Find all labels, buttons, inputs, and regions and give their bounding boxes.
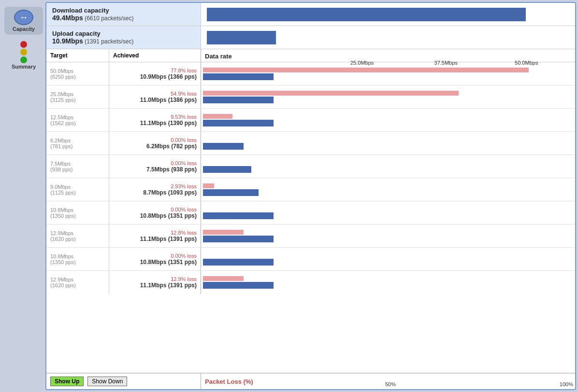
achieved-bar (203, 73, 274, 80)
upload-row: Upload capacity 10.9Mbps (1391 packets/s… (46, 26, 575, 49)
bar-container (201, 91, 575, 96)
loss-text: 0.00% loss (113, 160, 197, 166)
table-row: 10.8Mbps (1350 pps) 0.00% loss 10.8Mbps … (46, 248, 575, 271)
chart-section: Target Achieved Data rate 25.0Mbps 37.5M… (46, 49, 575, 389)
row-left: 10.8Mbps (1350 pps) 0.00% loss 10.8Mbps … (46, 248, 201, 270)
row-left: 9.0Mbps (1125 pps) 2.93% loss 8.7Mbps (1… (46, 178, 201, 201)
sidebar-item-summary[interactable]: Summary (4, 39, 43, 72)
target-pps: (1620 pps) (50, 236, 105, 242)
show-down-button[interactable]: Show Down (87, 377, 127, 386)
achieved-bar-container (201, 166, 575, 173)
download-label: Download capacity 49.4Mbps (6610 packets… (46, 3, 201, 26)
footer-scale-50: 50% (385, 381, 396, 387)
footer-scale-100: 100% (560, 381, 573, 387)
target-value: 12.9Mbps (50, 230, 105, 236)
download-bar (207, 8, 526, 21)
download-title: Download capacity (52, 7, 195, 14)
cell-achieved: 0.00% loss 10.8Mbps (1351 pps) (109, 248, 201, 270)
row-left: 7.5Mbps (938 pps) 0.00% loss 7.5Mbps (93… (46, 155, 201, 178)
tl-green (20, 56, 27, 63)
row-left: 12.5Mbps (1562 pps) 9.53% loss 11.1Mbps … (46, 109, 201, 131)
sidebar: Capacity Summary (2, 2, 45, 390)
cell-achieved: 2.93% loss 8.7Mbps (1093 pps) (109, 178, 201, 201)
target-pps: (781 pps) (50, 143, 105, 149)
achieved-value: 11.1Mbps (1390 pps) (113, 120, 197, 126)
traffic-light-icon (20, 41, 27, 63)
capacity-section: Download capacity 49.4Mbps (6610 packets… (46, 3, 575, 49)
cell-target: 7.5Mbps (938 pps) (46, 155, 109, 178)
achieved-value: 6.2Mbps (782 pps) (113, 143, 197, 150)
row-left: 12.9Mbps (1620 pps) 12.9% loss 11.1Mbps … (46, 271, 201, 294)
achieved-bar (203, 212, 274, 219)
download-bar-area (201, 3, 575, 26)
sidebar-label-capacity: Capacity (13, 26, 35, 32)
target-value: 6.2Mbps (50, 138, 105, 143)
upload-label: Upload capacity 10.9Mbps (1391 packets/s… (46, 26, 201, 49)
packet-loss-label: Packet Loss (%) (205, 378, 253, 385)
download-value: 49.4Mbps (52, 14, 83, 22)
target-value: 9.0Mbps (50, 184, 105, 190)
loss-bar (203, 183, 214, 188)
loss-bar (203, 114, 232, 119)
table-row: 50.0Mbps (6250 pps) 77.8% loss 10.9Mbps … (46, 62, 575, 85)
achieved-bar-container (201, 259, 575, 266)
target-value: 10.8Mbps (50, 253, 105, 259)
bar-container (201, 276, 575, 281)
table-row: 9.0Mbps (1125 pps) 2.93% loss 8.7Mbps (1… (46, 178, 575, 201)
cell-achieved: 77.8% loss 10.9Mbps (1366 pps) (109, 62, 201, 85)
footer: Show Up Show Down Packet Loss (%) 50% 10… (46, 373, 575, 389)
achieved-value: 11.1Mbps (1391 pps) (113, 236, 197, 242)
achieved-value: 7.5Mbps (938 pps) (113, 166, 197, 173)
row-right (201, 155, 575, 178)
achieved-bar-container (201, 189, 575, 196)
upload-packets: (1391 packets/sec) (85, 38, 133, 45)
cell-target: 50.0Mbps (6250 pps) (46, 62, 109, 85)
target-pps: (6250 pps) (50, 74, 105, 80)
target-pps: (1350 pps) (50, 213, 105, 219)
summary-icon (15, 42, 32, 63)
cell-achieved: 12.8% loss 11.1Mbps (1391 pps) (109, 224, 201, 247)
cell-target: 9.0Mbps (1125 pps) (46, 178, 109, 201)
row-right (201, 271, 575, 294)
target-value: 10.8Mbps (50, 207, 105, 213)
table-row: 25.0Mbps (3125 pps) 54.9% loss 11.0Mbps … (46, 85, 575, 109)
chart-header: Target Achieved Data rate 25.0Mbps 37.5M… (46, 49, 575, 62)
loss-bar (203, 91, 459, 96)
row-right (201, 109, 575, 131)
cell-target: 10.8Mbps (1350 pps) (46, 248, 109, 270)
upload-value: 10.9Mbps (52, 37, 83, 45)
achieved-value: 10.9Mbps (1366 pps) (113, 73, 197, 80)
data-rows: 50.0Mbps (6250 pps) 77.8% loss 10.9Mbps … (46, 62, 575, 373)
col-achieved-header: Achieved (109, 49, 201, 62)
target-pps: (1562 pps) (50, 120, 105, 126)
achieved-bar-container (201, 143, 575, 150)
target-pps: (3125 pps) (50, 97, 105, 103)
row-left: 10.8Mbps (1350 pps) 0.00% loss 10.8Mbps … (46, 201, 201, 224)
table-row: 10.8Mbps (1350 pps) 0.00% loss 10.8Mbps … (46, 201, 575, 224)
cell-target: 12.9Mbps (1620 pps) (46, 271, 109, 294)
achieved-bar (203, 120, 274, 126)
row-right (201, 224, 575, 247)
bar-container (201, 160, 575, 165)
row-right (201, 132, 575, 154)
bar-container (201, 137, 575, 142)
cell-achieved: 0.00% loss 7.5Mbps (938 pps) (109, 155, 201, 178)
achieved-bar (203, 236, 274, 242)
row-left: 6.2Mbps (781 pps) 0.00% loss 6.2Mbps (78… (46, 132, 201, 154)
row-right (201, 85, 575, 108)
table-row: 12.9Mbps (1620 pps) 12.9% loss 11.1Mbps … (46, 271, 575, 294)
loss-text: 9.53% loss (113, 114, 197, 120)
row-right (201, 201, 575, 224)
cell-target: 10.8Mbps (1350 pps) (46, 201, 109, 224)
cell-target: 12.9Mbps (1620 pps) (46, 224, 109, 247)
achieved-bar-container (201, 73, 575, 80)
target-pps: (1620 pps) (50, 282, 105, 288)
show-up-button[interactable]: Show Up (50, 377, 84, 386)
bar-container (201, 253, 575, 258)
achieved-value: 10.8Mbps (1351 pps) (113, 259, 197, 266)
achieved-value: 11.0Mbps (1386 pps) (113, 97, 197, 103)
sidebar-item-capacity[interactable]: Capacity (4, 7, 43, 35)
achieved-value: 10.8Mbps (1351 pps) (113, 212, 197, 219)
achieved-bar (203, 143, 244, 150)
main-container: Capacity Summary Download capacity 49.4M… (0, 0, 578, 392)
